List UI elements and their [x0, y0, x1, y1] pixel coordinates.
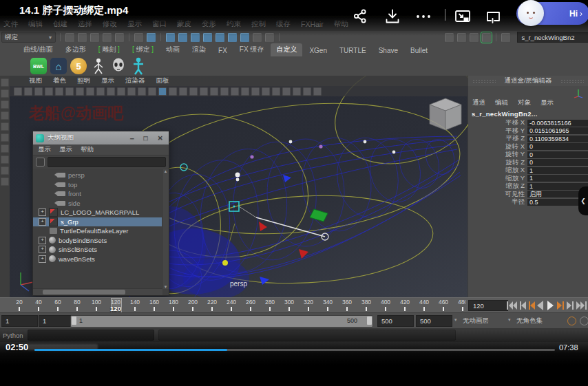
- wireframe-mesh[interactable]: [118, 133, 461, 297]
- outliner-item-set[interactable]: +bodyBindBnSets: [33, 236, 162, 246]
- cb-menu-edit[interactable]: 编辑: [495, 98, 508, 107]
- toolbar-icon[interactable]: [148, 87, 156, 96]
- current-frame-field[interactable]: 120: [468, 300, 508, 311]
- timeline-tick[interactable]: 260: [241, 299, 260, 311]
- perspective-viewport[interactable]: 视图 着色 照明 显示 渲染器 面板: [10, 76, 468, 298]
- expand-icon[interactable]: +: [39, 208, 46, 216]
- cb-menu-object[interactable]: 对象: [518, 98, 531, 107]
- toolbar-icon[interactable]: [138, 87, 146, 96]
- timeline-tick[interactable]: 460: [434, 299, 453, 311]
- timeline-tick[interactable]: 440: [414, 299, 434, 311]
- toolbar-icon[interactable]: [117, 87, 125, 96]
- toolbar-icon[interactable]: [313, 87, 322, 96]
- cb-menu-channels[interactable]: 通道: [472, 98, 485, 107]
- panel-menu-view[interactable]: 视图: [29, 76, 42, 85]
- toolbar-icon[interactable]: [24, 87, 32, 96]
- timeline-tick[interactable]: 280: [260, 299, 280, 311]
- toolbar-icon[interactable]: [1, 89, 9, 98]
- channel-box-header[interactable]: 通道盒/层编辑器: [468, 76, 588, 86]
- toolbar-icon[interactable]: [14, 87, 22, 96]
- timeline-tick[interactable]: 140: [125, 299, 145, 311]
- attr-value[interactable]: 1: [527, 183, 588, 190]
- timeline-tick[interactable]: 180: [164, 299, 183, 311]
- toolbar-icon[interactable]: [55, 87, 63, 96]
- time-slider[interactable]: 2040608010012014016018020022024026028030…: [0, 297, 588, 313]
- shelf-tab-sculpt[interactable]: 雕刻: [93, 43, 125, 56]
- toolbar-icon[interactable]: [293, 87, 301, 96]
- head-shelf-icon[interactable]: [110, 58, 127, 74]
- shelf-tab-xgen[interactable]: XGen: [304, 45, 333, 56]
- timeline-tick[interactable]: 400: [376, 299, 395, 311]
- toolbar-icon[interactable]: [1, 167, 9, 175]
- toolbar-icon[interactable]: [272, 87, 280, 96]
- outliner-search-input[interactable]: [48, 157, 166, 167]
- timeline-tick[interactable]: 80: [67, 299, 87, 311]
- toolbar-icon[interactable]: [76, 87, 84, 96]
- character-set-dropdown[interactable]: 无角色集: [516, 317, 543, 325]
- close-icon[interactable]: ✕: [158, 134, 163, 142]
- attr-value[interactable]: 0: [527, 151, 588, 158]
- panel-menu-panels[interactable]: 面板: [156, 76, 169, 85]
- animation-start-field[interactable]: 1: [1, 315, 38, 327]
- toolbar-icon[interactable]: [189, 87, 198, 96]
- toolbar-icon[interactable]: [1, 133, 9, 142]
- cb-menu-show[interactable]: 显示: [540, 98, 554, 107]
- outliner-item-set[interactable]: +sinSclBnSets: [33, 245, 162, 255]
- shelf-tab-turtle[interactable]: TURTLE: [334, 45, 372, 56]
- playback-end-field[interactable]: 500: [377, 315, 414, 327]
- timeline-ticks[interactable]: 2040608010012014016018020022024026028030…: [0, 298, 465, 313]
- shelf-tab-fx[interactable]: FX: [213, 45, 233, 56]
- picture-in-picture-icon[interactable]: [454, 8, 472, 25]
- toolbar-icon[interactable]: [1, 111, 9, 120]
- more-icon[interactable]: [414, 8, 432, 25]
- timeline-tick[interactable]: 200: [183, 299, 202, 311]
- toolbar-icon[interactable]: [210, 87, 218, 96]
- animation-prefs-icon[interactable]: [580, 317, 588, 325]
- body-rig-shelf-icon[interactable]: [90, 58, 107, 74]
- toolbar-icon[interactable]: [1, 144, 9, 153]
- outliner-item-persp[interactable]: persp: [33, 171, 162, 180]
- share-icon[interactable]: [353, 8, 369, 25]
- expand-icon[interactable]: +: [39, 218, 46, 226]
- panel-menu-show[interactable]: 显示: [101, 76, 114, 85]
- shelf-tab-bullet[interactable]: Bullet: [405, 45, 433, 56]
- outliner-menu-display[interactable]: 显示: [38, 145, 51, 154]
- bwl-shelf-icon[interactable]: BWL: [30, 58, 47, 74]
- outliner-menu-show[interactable]: 显示: [59, 145, 72, 154]
- timeline-tick[interactable]: 240: [222, 299, 241, 311]
- outliner-item-group[interactable]: +LC_LOGO_MARKGRPALL: [33, 208, 162, 217]
- panel-menu-shading[interactable]: 着色: [53, 76, 66, 85]
- panel-menu-lighting[interactable]: 照明: [77, 76, 90, 85]
- toolbar-icon[interactable]: [158, 87, 167, 96]
- anim-layer-dropdown[interactable]: 无动画层: [463, 317, 489, 325]
- side-drawer-handle[interactable]: ❮: [578, 186, 588, 215]
- expand-icon[interactable]: +: [39, 246, 46, 253]
- toolbar-icon[interactable]: [107, 87, 115, 96]
- account-button[interactable]: Hi ›: [516, 2, 588, 25]
- auto-keyframe-icon[interactable]: [567, 317, 576, 325]
- toolbar-icon[interactable]: [1, 78, 9, 87]
- toolbar-icon[interactable]: [127, 87, 136, 96]
- attr-value[interactable]: 1: [527, 175, 588, 182]
- coin-shelf-icon[interactable]: 5: [70, 58, 87, 74]
- outliner-item-front[interactable]: front: [33, 189, 162, 199]
- timeline-tick[interactable]: 320: [299, 299, 318, 311]
- toolbar-icon[interactable]: [220, 87, 229, 96]
- toolbar-icon[interactable]: [251, 87, 260, 96]
- shelf-tab-rigging[interactable]: 绑定: [127, 43, 159, 56]
- attr-value[interactable]: 0.1109359834: [527, 136, 588, 142]
- seek-bar[interactable]: [34, 349, 555, 351]
- toolbar-icon[interactable]: [169, 87, 177, 96]
- toolbar-icon[interactable]: [1, 100, 9, 109]
- toolbar-icon[interactable]: [45, 87, 53, 96]
- timeline-tick[interactable]: 20: [10, 299, 29, 311]
- toolbar-icon[interactable]: [34, 87, 43, 96]
- attr-value[interactable]: 0: [527, 159, 588, 166]
- timeline-tick[interactable]: 300: [280, 299, 299, 311]
- toolbar-icon[interactable]: [1, 122, 9, 131]
- toolbar-icon[interactable]: [1, 178, 9, 186]
- minimize-icon[interactable]: –: [130, 134, 134, 142]
- timeline-tick[interactable]: 380: [357, 299, 376, 311]
- home-shelf-icon[interactable]: ⌂: [50, 58, 67, 74]
- outliner-window[interactable]: 大纲视图 – □ ✕ 显示 显示 帮助: [32, 131, 169, 296]
